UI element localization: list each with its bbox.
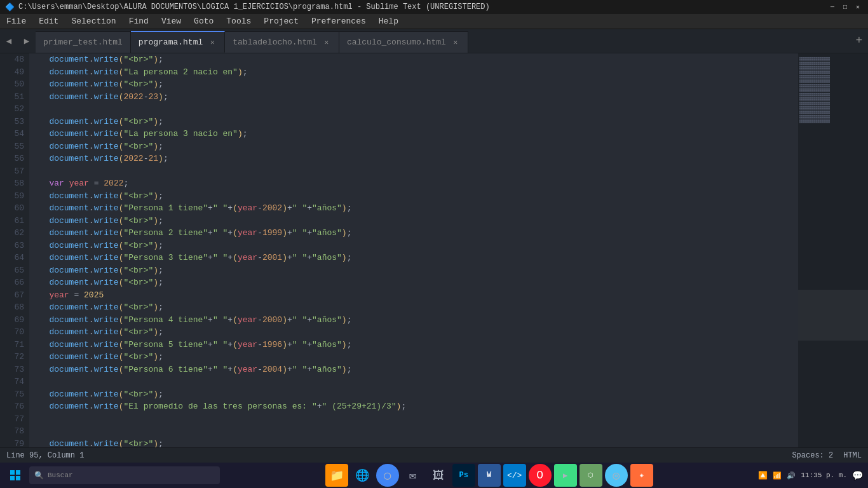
- system-tray: 🔼 📶 🔊 11:35 p. m. 💬: [758, 470, 863, 481]
- menu-bar: File Edit Selection Find View Goto Tools…: [0, 14, 868, 29]
- start-button[interactable]: [3, 463, 28, 488]
- status-bar: Line 95, Column 1 Spaces: 2 HTML: [0, 447, 868, 463]
- taskbar-icon-explorer[interactable]: 📁: [325, 464, 348, 487]
- close-button[interactable]: ✕: [853, 2, 863, 12]
- clock[interactable]: 11:35 p. m.: [801, 471, 847, 479]
- taskbar-icon-chrome[interactable]: ◯: [376, 464, 399, 487]
- syntax-label: HTML: [843, 451, 862, 460]
- taskbar-icon-sublime[interactable]: ◈: [630, 464, 653, 487]
- code-editor[interactable]: document.write("<br>"); document.write("…: [29, 53, 798, 447]
- taskbar-icon-photos[interactable]: 🖼: [427, 464, 450, 487]
- tray-icons: 🔼: [758, 471, 768, 480]
- tab-label: calculo_consumo.html: [347, 37, 446, 47]
- svg-rect-3: [16, 476, 20, 480]
- search-text: Buscar: [48, 471, 73, 479]
- minimap-viewport: [798, 290, 868, 341]
- taskbar-icon-vscode[interactable]: </>: [503, 464, 526, 487]
- line-numbers: 4849505152535455565758596061626364656667…: [5, 53, 29, 447]
- svg-rect-1: [16, 470, 20, 475]
- minimap-code: ████████████████████████████████ ███████…: [798, 53, 868, 127]
- menu-preferences[interactable]: Preferences: [305, 14, 372, 29]
- menu-view[interactable]: View: [155, 14, 187, 29]
- taskbar-icon-mail[interactable]: ✉: [402, 464, 424, 487]
- tabs-bar: ◀ ▶ primer_test.html programa.html ✕ tab…: [0, 29, 868, 53]
- tab-add-button[interactable]: +: [850, 29, 868, 53]
- indentation: Spaces: 2: [792, 451, 833, 460]
- search-icon: 🔍: [34, 471, 44, 480]
- tray-volume: 🔊: [787, 471, 796, 480]
- taskbar-icon-word[interactable]: W: [478, 464, 501, 487]
- minimap: ████████████████████████████████ ███████…: [798, 53, 868, 447]
- title-bar-controls[interactable]: ─ □ ✕: [827, 2, 863, 12]
- tab-close-tabladelocho[interactable]: ✕: [322, 38, 331, 47]
- tab-label: primer_test.html: [43, 37, 123, 47]
- taskbar-icon-browser2[interactable]: ◎: [605, 464, 628, 487]
- editor-area: 4849505152535455565758596061626364656667…: [0, 53, 868, 447]
- menu-selection[interactable]: Selection: [65, 14, 122, 29]
- tab-close-programa[interactable]: ✕: [208, 37, 217, 46]
- tab-primer-test[interactable]: primer_test.html: [36, 31, 131, 53]
- tab-nav-prev[interactable]: ◀: [0, 29, 18, 53]
- tab-label: tabladelocho.html: [233, 37, 317, 47]
- tab-tabladelocho[interactable]: tabladelocho.html ✕: [225, 31, 339, 53]
- menu-edit[interactable]: Edit: [32, 14, 65, 29]
- menu-help[interactable]: Help: [372, 14, 405, 29]
- status-right: Spaces: 2 HTML: [792, 451, 862, 460]
- taskbar: 🔍 Buscar 📁 🌐 ◯ ✉ 🖼 Ps W </> O ▶ ⬡ ◎ ◈ 🔼 …: [0, 463, 868, 488]
- tab-nav-next[interactable]: ▶: [18, 29, 36, 53]
- taskbar-search[interactable]: 🔍 Buscar: [29, 466, 220, 484]
- menu-project[interactable]: Project: [257, 14, 305, 29]
- title-bar: 🔷 C:\Users\emman\Desktop\ALURA DOCUMENTO…: [0, 0, 868, 14]
- svg-rect-2: [10, 476, 15, 480]
- cursor-position: Line 95, Column 1: [6, 451, 84, 460]
- menu-find[interactable]: Find: [123, 14, 155, 29]
- taskbar-icon-edge[interactable]: 🌐: [351, 464, 374, 487]
- tray-network: 📶: [773, 471, 782, 480]
- notification-icon[interactable]: 💬: [852, 470, 863, 481]
- taskbar-icon-nodejs[interactable]: ⬡: [580, 464, 602, 487]
- tab-label: programa.html: [139, 37, 203, 47]
- menu-goto[interactable]: Goto: [187, 14, 220, 29]
- left-gutter-indicator: [0, 53, 5, 447]
- window-title: C:\Users\emman\Desktop\ALURA DOCUMENTOS\…: [18, 3, 490, 11]
- minimize-button[interactable]: ─: [827, 2, 837, 12]
- title-bar-title: 🔷 C:\Users\emman\Desktop\ALURA DOCUMENTO…: [5, 3, 490, 12]
- taskbar-icons: 📁 🌐 ◯ ✉ 🖼 Ps W </> O ▶ ⬡ ◎ ◈: [221, 464, 757, 487]
- tab-close-calculo[interactable]: ✕: [451, 38, 460, 47]
- menu-file[interactable]: File: [0, 14, 32, 29]
- status-left: Line 95, Column 1: [6, 451, 84, 460]
- maximize-button[interactable]: □: [840, 2, 850, 12]
- tab-programa[interactable]: programa.html ✕: [131, 31, 225, 53]
- taskbar-icon-androidstudio[interactable]: ▶: [554, 464, 577, 487]
- svg-rect-0: [10, 470, 15, 475]
- tab-calculo-consumo[interactable]: calculo_consumo.html ✕: [339, 31, 468, 53]
- taskbar-icon-opera[interactable]: O: [529, 464, 552, 487]
- taskbar-icon-photoshop[interactable]: Ps: [452, 464, 475, 487]
- menu-tools[interactable]: Tools: [220, 14, 257, 29]
